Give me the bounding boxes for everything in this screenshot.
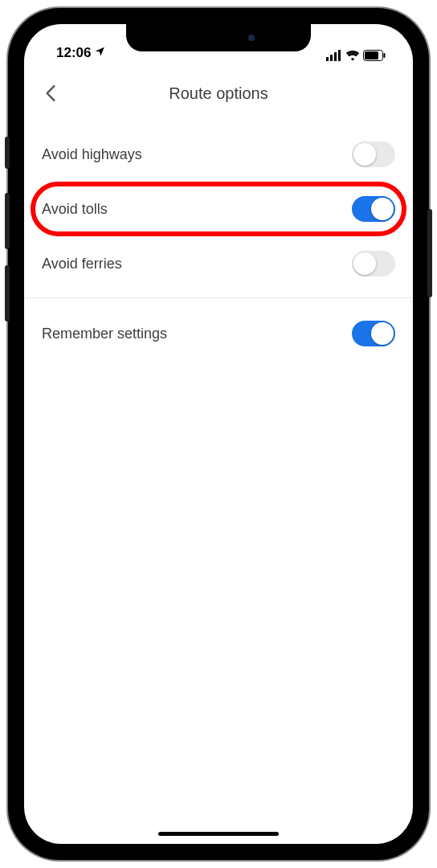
setting-avoid-tolls: Avoid tolls [24, 182, 413, 236]
setting-remember-settings: Remember settings [24, 306, 413, 361]
setting-label: Avoid tolls [42, 201, 108, 218]
signal-icon [326, 50, 342, 61]
svg-rect-5 [365, 51, 378, 59]
battery-icon [363, 50, 386, 61]
location-icon [94, 45, 105, 61]
svg-rect-1 [330, 55, 333, 61]
toggle-avoid-tolls[interactable] [352, 196, 395, 222]
section-divider [24, 297, 413, 298]
status-time: 12:06 [56, 45, 91, 61]
toggle-remember-settings[interactable] [352, 321, 395, 346]
setting-label: Remember settings [42, 326, 167, 342]
svg-rect-6 [384, 53, 386, 58]
wifi-icon [345, 50, 360, 61]
svg-rect-2 [334, 52, 337, 61]
home-indicator [158, 832, 279, 836]
back-button[interactable] [39, 81, 63, 105]
setting-label: Avoid highways [42, 146, 142, 163]
setting-avoid-ferries: Avoid ferries [24, 236, 413, 291]
setting-label: Avoid ferries [42, 256, 122, 272]
toggle-avoid-highways[interactable] [352, 141, 395, 167]
page-title: Route options [169, 84, 268, 103]
chevron-left-icon [45, 84, 56, 102]
svg-rect-3 [338, 50, 341, 61]
screen: 12:06 [24, 24, 413, 844]
setting-avoid-highways: Avoid highways [24, 127, 413, 182]
settings-list: Avoid highways Avoid tolls Avoid ferries… [24, 117, 413, 361]
device-notch [126, 24, 311, 51]
toggle-avoid-ferries[interactable] [352, 251, 395, 276]
nav-header: Route options [24, 69, 413, 117]
svg-rect-0 [326, 57, 329, 61]
